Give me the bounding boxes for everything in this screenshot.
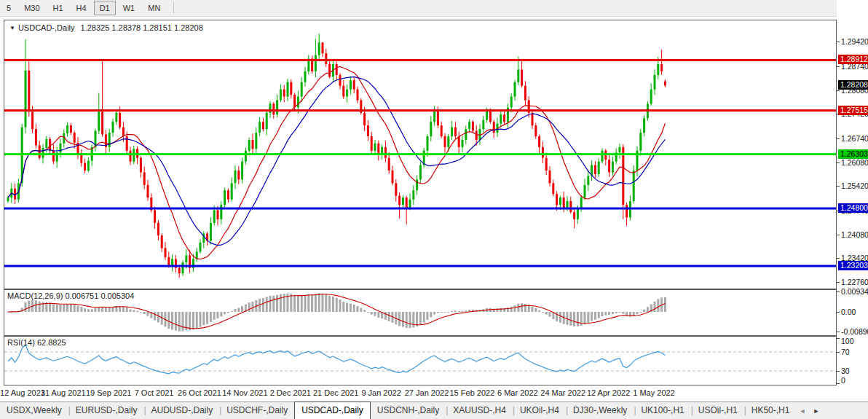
timeframe-button-m30[interactable]: M30 — [18, 1, 45, 15]
level-price-badge: 1.26303 — [838, 149, 868, 159]
macd-tick — [837, 332, 840, 332]
level-price-badge: 1.28912 — [838, 55, 868, 64]
current-price-badge: 1.28208 — [838, 80, 868, 90]
tab-usdcnh-daily[interactable]: USDCNH-,Daily — [371, 402, 446, 419]
price-chart-canvas[interactable] — [4, 20, 836, 289]
level-price-badge: 1.24800 — [838, 203, 868, 213]
macd-tick-label: 0.009345 — [841, 287, 868, 296]
tab-xauusd-h4[interactable]: XAUUSD-,H4 — [446, 402, 513, 419]
price-tick — [837, 138, 840, 139]
trading-chart-window: 5M30H1H4D1W1MN ▼USDCAD-,Daily1.28325 1.2… — [0, 0, 868, 419]
timeframe-button-5[interactable]: 5 — [1, 1, 17, 15]
price-tick — [837, 162, 840, 163]
price-tick — [837, 66, 840, 67]
price-tick-label: 1.26080 — [841, 158, 868, 167]
rsi-panel[interactable]: RSI(14) 62.8825 — [4, 336, 837, 385]
rsi-tick-label: 0 — [841, 376, 845, 385]
time-axis[interactable]: 12 Aug 202131 Aug 202119 Sep 20217 Oct 2… — [4, 385, 837, 400]
tab-usdchf-daily[interactable]: USDCHF-,Daily — [220, 402, 294, 419]
price-tick — [837, 258, 840, 259]
price-tick-label: 1.22760 — [841, 278, 868, 286]
price-tick — [837, 235, 840, 235]
price-tick-label: 1.25420 — [841, 181, 868, 190]
date-tick-label: 1 May 2022 — [625, 388, 683, 397]
macd-tick-label: -0.008902 — [841, 327, 868, 336]
ohlc-quote: 1.28325 1.28378 1.28151 1.28208 — [81, 23, 203, 32]
macd-label: MACD(12,26,9) 0.006751 0.005304 — [7, 291, 134, 300]
price-panel[interactable]: ▼USDCAD-,Daily1.28325 1.28378 1.28151 1.… — [4, 20, 837, 289]
symbol-period-label: USDCAD-,Daily — [18, 23, 75, 32]
price-tick — [837, 186, 840, 187]
price-tick — [837, 90, 840, 91]
macd-panel[interactable]: MACD(12,26,9) 0.006751 0.005304 — [4, 289, 837, 336]
rsi-label: RSI(14) 62.8825 — [7, 338, 66, 347]
price-tick — [837, 42, 840, 42]
collapse-quote-icon[interactable]: ▼ — [9, 25, 15, 31]
tab-scroll-left-icon[interactable]: ◄ — [799, 407, 805, 415]
timeframe-button-h1[interactable]: H1 — [47, 1, 69, 15]
rsi-tick — [837, 383, 840, 384]
price-tick — [837, 282, 840, 283]
toolbar-separator — [173, 2, 174, 14]
macd-tick — [837, 291, 840, 292]
macd-tick-label: 0.00 — [841, 308, 856, 316]
rsi-tick — [837, 352, 840, 353]
macd-tick — [837, 312, 840, 313]
tab-ukoil-h4[interactable]: UKOil-,H4 — [513, 402, 566, 419]
tab-scroll-right-icon[interactable]: ► — [813, 407, 819, 415]
rsi-tick — [837, 338, 840, 339]
timeframe-button-h4[interactable]: H4 — [71, 1, 92, 15]
timeframe-button-mn[interactable]: MN — [142, 1, 166, 15]
chart-tab-bar: USDX,Weekly|EURUSD-,Daily|AUDUSD-,Daily|… — [0, 402, 868, 419]
rsi-tick-label: 70 — [841, 348, 850, 356]
tab-audusd-daily[interactable]: AUDUSD-,Daily — [144, 402, 219, 419]
price-tick-label: 1.24080 — [841, 230, 868, 239]
chart-panels: ▼USDCAD-,Daily1.28325 1.28378 1.28151 1.… — [4, 20, 837, 400]
rsi-tick — [837, 371, 840, 372]
rsi-tick-label: 30 — [841, 367, 850, 375]
rsi-tick-label: 100 — [841, 337, 854, 345]
timeframe-button-w1[interactable]: W1 — [117, 1, 141, 15]
price-scale[interactable]: 1.294201.287401.280801.274201.267401.260… — [837, 0, 868, 400]
timeframe-toolbar: 5M30H1H4D1W1MN — [0, 0, 868, 17]
level-price-badge: 1.27515 — [838, 106, 868, 115]
tab-scroll-nav: ◄► — [799, 402, 819, 419]
tab-dj30-weekly[interactable]: DJ30-,Weekly — [567, 402, 634, 419]
price-tick-label: 1.26740 — [841, 134, 868, 143]
tab-eurusd-daily[interactable]: EURUSD-,Daily — [69, 402, 144, 419]
price-tick-label: 1.29420 — [841, 37, 868, 46]
timeframe-button-d1[interactable]: D1 — [94, 1, 116, 15]
tab-uk100-h1[interactable]: UK100-,H1 — [634, 402, 690, 419]
tab-usoil-h1[interactable]: USOil-,H1 — [692, 402, 744, 419]
level-price-badge: 1.23203 — [838, 261, 868, 270]
tab-usdx-weekly[interactable]: USDX,Weekly — [0, 402, 68, 419]
tab-usdcad-daily[interactable]: USDCAD-,Daily — [294, 402, 371, 419]
chart-header: ▼USDCAD-,Daily1.28325 1.28378 1.28151 1.… — [9, 23, 203, 32]
rsi-canvas[interactable] — [4, 337, 836, 385]
tab-hk50-h1[interactable]: HK50-,H1 — [745, 402, 797, 419]
